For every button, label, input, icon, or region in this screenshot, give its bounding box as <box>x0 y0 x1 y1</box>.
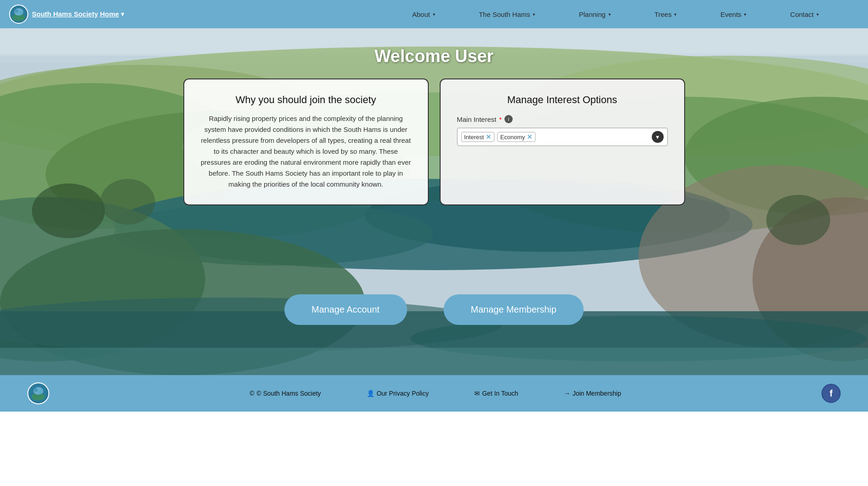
nav-item-south-hams[interactable]: The South Hams ▾ <box>457 10 557 18</box>
email-icon: ✉ <box>474 390 480 397</box>
svg-point-4 <box>19 11 23 15</box>
nav-item-trees[interactable]: Trees ▾ <box>633 10 699 18</box>
tag-interest: Interest ✕ <box>461 132 494 142</box>
interest-card: Manage Interest Options Main Interest * … <box>440 78 685 205</box>
copyright-icon: © <box>249 390 254 397</box>
action-buttons: Manage Account Manage Membership <box>284 294 584 325</box>
nav-logo-link[interactable]: South Hams Society Home ▾ <box>9 5 125 24</box>
tag-remove-economy[interactable]: ✕ <box>527 133 532 141</box>
svg-point-34 <box>38 390 43 394</box>
tag-economy: Economy ✕ <box>497 132 535 142</box>
svg-point-33 <box>34 388 38 392</box>
footer-privacy-link[interactable]: 👤 Our Privacy Policy <box>344 390 452 397</box>
footer-contact-link[interactable]: ✉ Get In Touch <box>452 390 541 397</box>
footer: © © South Hams Society 👤 Our Privacy Pol… <box>0 375 868 412</box>
chevron-down-icon: ▾ <box>608 12 611 17</box>
footer-join-link[interactable]: → Join Membership <box>541 390 644 397</box>
svg-point-29 <box>766 195 830 245</box>
join-card: Why you should join the society Rapidly … <box>183 78 429 205</box>
manage-account-button[interactable]: Manage Account <box>284 294 407 325</box>
navbar: South Hams Society Home ▾ About ▾ The So… <box>0 0 868 28</box>
chevron-down-icon: ▾ <box>533 12 535 17</box>
facebook-link[interactable]: f <box>821 384 841 403</box>
nav-item-planning[interactable]: Planning ▾ <box>557 10 632 18</box>
nav-item-about[interactable]: About ▾ <box>390 10 457 18</box>
cards-container: Why you should join the society Rapidly … <box>183 78 685 205</box>
privacy-icon: 👤 <box>367 390 374 397</box>
chevron-down-icon: ▾ <box>816 12 819 17</box>
chevron-down-icon: ▾ <box>674 12 676 17</box>
tags-input-field[interactable]: Interest ✕ Economy ✕ ▾ <box>457 128 668 146</box>
chevron-down-icon: ▾ <box>433 12 435 17</box>
required-indicator: * <box>499 115 502 123</box>
chevron-down-icon: ▾ <box>744 12 746 17</box>
svg-rect-26 <box>0 348 868 375</box>
welcome-heading: Welcome User <box>374 47 494 66</box>
svg-point-27 <box>32 183 105 238</box>
nav-links: About ▾ The South Hams ▾ Planning ▾ Tree… <box>390 10 841 18</box>
tag-remove-interest[interactable]: ✕ <box>486 133 491 141</box>
tags-dropdown-button[interactable]: ▾ <box>652 131 664 143</box>
footer-logo <box>27 382 49 404</box>
join-card-body: Rapidly rising property prices and the c… <box>201 113 411 190</box>
arrow-right-icon: → <box>564 390 570 397</box>
svg-point-28 <box>100 179 155 225</box>
footer-copyright: © © South Hams Society <box>227 390 343 397</box>
manage-membership-button[interactable]: Manage Membership <box>443 294 584 325</box>
footer-links: © © South Hams Society 👤 Our Privacy Pol… <box>49 390 821 397</box>
interest-field-label: Main Interest * i <box>457 115 668 123</box>
logo-icon <box>9 5 28 24</box>
join-card-title: Why you should join the society <box>201 94 411 106</box>
nav-brand-text: South Hams Society Home ▾ <box>32 10 125 18</box>
svg-point-3 <box>15 9 18 13</box>
nav-item-contact[interactable]: Contact ▾ <box>768 10 841 18</box>
info-icon[interactable]: i <box>504 115 513 123</box>
hero-section: Welcome User Why you should join the soc… <box>0 28 868 375</box>
nav-item-events[interactable]: Events ▾ <box>698 10 768 18</box>
interest-card-title: Manage Interest Options <box>457 94 668 106</box>
